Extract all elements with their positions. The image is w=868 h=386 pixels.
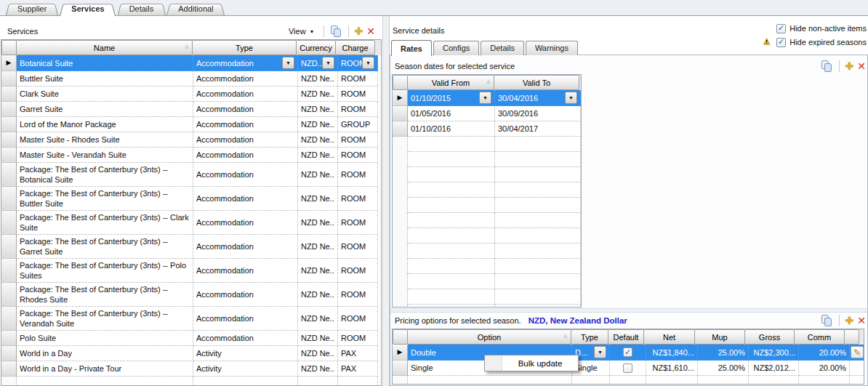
row-selector[interactable]: ▶ <box>1 346 17 361</box>
service-type-cell[interactable]: Accommodation ▼ <box>193 102 298 117</box>
service-charge-cell[interactable]: ROOM ▼ <box>338 132 378 148</box>
season-row[interactable]: ▶ ▼ ▼ <box>393 305 581 307</box>
service-name-cell[interactable]: Package: The Best of Canterbury (3nts) -… <box>17 259 193 283</box>
row-selector[interactable]: ▶ <box>393 137 408 152</box>
dropdown-button[interactable]: ▼ <box>322 57 334 69</box>
service-name-cell[interactable]: Package: The Best of Canterbury (3nts) -… <box>17 163 193 187</box>
season-row[interactable]: ▶ ▼ ▼ <box>393 198 581 213</box>
column-header-mup[interactable]: Mup <box>694 329 745 345</box>
service-charge-cell[interactable]: ▼ <box>338 377 378 386</box>
service-row[interactable]: ▶ Lord of the Manor Package Accommodatio… <box>1 117 381 132</box>
tab-details[interactable]: Details <box>118 2 166 15</box>
service-type-cell[interactable]: Accommodation ▼ <box>193 117 298 132</box>
row-selector[interactable]: ▶ <box>393 106 408 121</box>
panel-splitter[interactable] <box>382 16 390 386</box>
column-header-comm[interactable]: Comm <box>794 329 845 345</box>
service-charge-cell[interactable]: PAX ▼ <box>338 361 378 377</box>
pricing-row[interactable]: ▶ Double D... ▼ ✓ NZ$1,840... 25.00% NZ$… <box>393 345 864 361</box>
service-row[interactable]: ▶ ▼ ▼ ▼ <box>1 377 381 386</box>
hide-expired-checkbox[interactable]: ✓ <box>776 38 786 47</box>
valid-to-cell[interactable]: ▼ <box>495 137 581 152</box>
season-row[interactable]: ▶ ▼ ▼ <box>393 228 581 244</box>
row-selector[interactable]: ▶ <box>393 121 408 137</box>
tab-rates[interactable]: Rates <box>391 40 432 56</box>
pricing-row[interactable]: ▶ ▼ ✓ ✎ <box>393 376 864 385</box>
season-row[interactable]: ▶ 01/10/2015 ▼ 30/04/2016 ▼ <box>393 90 581 106</box>
row-selector[interactable]: ▶ <box>1 187 17 211</box>
service-name-cell[interactable]: Botanical Suite <box>17 55 193 71</box>
service-type-cell[interactable]: Accommodation ▼ <box>193 235 298 259</box>
valid-to-cell[interactable]: ▼ <box>495 244 581 259</box>
valid-from-cell[interactable]: ▼ <box>408 213 495 228</box>
service-name-cell[interactable]: Package: The Best of Canterbury (3nts) -… <box>17 307 193 331</box>
valid-from-cell[interactable]: ▼ <box>408 305 495 307</box>
service-charge-cell[interactable]: ROOM ▼ <box>338 102 378 117</box>
valid-from-cell[interactable]: 01/05/2016 ▼ <box>408 106 495 121</box>
service-currency-cell[interactable]: NZD Ne... ▼ <box>298 102 338 117</box>
service-currency-cell[interactable]: NZD Ne... ▼ <box>298 259 338 283</box>
valid-to-cell[interactable]: ▼ <box>495 167 581 182</box>
date-dropdown-button[interactable]: ▼ <box>479 92 491 104</box>
column-header-name[interactable]: Name ▲ <box>16 40 193 55</box>
service-charge-cell[interactable]: ROOM ▼ <box>338 71 378 87</box>
service-charge-cell[interactable]: ROOM ▼ <box>338 331 378 346</box>
delete-icon[interactable]: ✕ <box>857 315 866 326</box>
row-selector[interactable]: ▶ <box>393 182 408 198</box>
valid-from-cell[interactable]: ▼ <box>408 182 495 198</box>
service-type-cell[interactable]: Accommodation ▼ <box>193 55 298 71</box>
dropdown-button[interactable]: ▼ <box>282 57 294 69</box>
season-row[interactable]: ▶ ▼ ▼ <box>393 259 581 274</box>
column-header-valid-from[interactable]: Valid From ▲ <box>407 75 494 90</box>
row-selector[interactable]: ▶ <box>393 345 408 361</box>
section-splitter[interactable] <box>390 308 867 313</box>
service-currency-cell[interactable]: NZD Ne... ▼ <box>298 87 338 102</box>
valid-to-cell[interactable]: ▼ <box>495 305 581 307</box>
column-header-valid-to[interactable]: Valid To <box>494 75 579 90</box>
service-currency-cell[interactable]: NZD Ne... ▼ <box>298 117 338 132</box>
valid-from-cell[interactable]: ▼ <box>408 198 495 213</box>
copy-icon[interactable] <box>821 60 833 73</box>
column-header-default[interactable]: Default <box>608 329 644 345</box>
service-name-cell[interactable]: Package: The Best of Canterbury (3nts) -… <box>17 187 193 211</box>
service-charge-cell[interactable]: ROOM ▼ <box>338 163 378 187</box>
service-row[interactable]: ▶ Garret Suite Accommodation ▼ NZD Ne...… <box>1 102 381 117</box>
service-name-cell[interactable]: Clark Suite <box>17 87 193 102</box>
service-name-cell[interactable]: Polo Suite <box>17 331 193 346</box>
column-header-currency[interactable]: Currency <box>296 40 336 55</box>
copy-icon[interactable] <box>330 25 342 38</box>
valid-from-cell[interactable]: ▼ <box>408 259 495 274</box>
valid-from-cell[interactable]: ▼ <box>408 228 495 244</box>
service-type-cell[interactable]: Accommodation ▼ <box>193 187 298 211</box>
delete-icon[interactable]: ✕ <box>366 26 375 36</box>
valid-from-cell[interactable]: ▼ <box>408 152 495 167</box>
column-header-gross[interactable]: Gross <box>744 329 795 345</box>
service-charge-cell[interactable]: ROOM ▼ <box>338 55 378 71</box>
option-cell[interactable] <box>408 376 572 385</box>
comm-cell[interactable] <box>799 376 850 385</box>
service-currency-cell[interactable]: NZD Ne... ▼ <box>298 235 338 259</box>
service-charge-cell[interactable]: ROOM ▼ <box>338 148 378 163</box>
service-type-cell[interactable]: ▼ <box>193 377 298 386</box>
service-currency-cell[interactable]: NZD Ne... ▼ <box>298 307 338 331</box>
row-selector[interactable]: ▶ <box>1 87 17 102</box>
service-row[interactable]: ▶ Package: The Best of Canterbury (3nts)… <box>1 307 381 331</box>
type-cell[interactable]: ▼ <box>572 376 610 385</box>
service-row[interactable]: ▶ Package: The Best of Canterbury (3nts)… <box>1 163 381 187</box>
service-name-cell[interactable]: Master Suite - Rhodes Suite <box>17 132 193 148</box>
comm-cell[interactable]: 20.00% <box>799 345 850 361</box>
row-selector[interactable]: ▶ <box>393 152 408 167</box>
service-row[interactable]: ▶ Package: The Best of Canterbury (3nts)… <box>1 187 381 211</box>
row-selector[interactable]: ▶ <box>393 213 408 228</box>
row-selector[interactable]: ▶ <box>393 376 408 385</box>
gross-cell[interactable] <box>749 376 799 385</box>
season-row[interactable]: ▶ ▼ ▼ <box>393 152 581 167</box>
service-name-cell[interactable]: Package: The Best of Canterbury (3nts) -… <box>17 283 193 307</box>
valid-to-cell[interactable]: ▼ <box>495 228 581 244</box>
net-cell[interactable]: NZ$1,840... <box>646 345 698 361</box>
row-selector[interactable]: ▶ <box>393 361 408 376</box>
row-selector[interactable]: ▶ <box>393 198 408 213</box>
column-header-net[interactable]: Net <box>643 329 695 345</box>
service-row[interactable]: ▶ Package: The Best of Canterbury (3nts)… <box>1 235 381 259</box>
row-selector[interactable]: ▶ <box>1 377 17 386</box>
service-type-cell[interactable]: Accommodation ▼ <box>193 87 298 102</box>
